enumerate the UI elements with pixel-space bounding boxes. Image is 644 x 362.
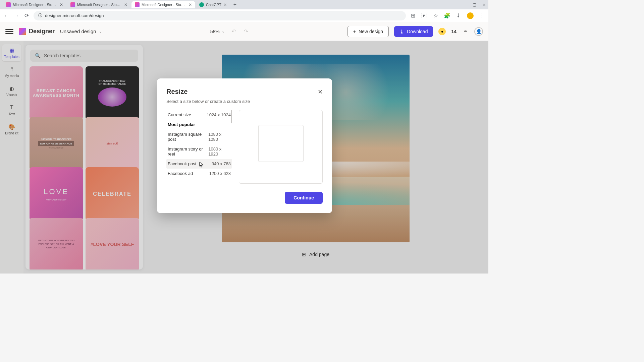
tab-title: ChatGPT bbox=[206, 3, 221, 7]
size-dim: 1024 x 1024 bbox=[207, 112, 231, 117]
tab-title: Microsoft Designer - Stunning bbox=[142, 3, 186, 7]
coin-icon[interactable]: ● bbox=[438, 28, 446, 35]
bookmark-icon[interactable]: ☆ bbox=[433, 13, 439, 19]
browser-tab-active[interactable]: Microsoft Designer - Stunning ✕ bbox=[131, 1, 195, 8]
size-option-current[interactable]: Current size 1024 x 1024 bbox=[166, 110, 232, 120]
modal-close-button[interactable]: ✕ bbox=[318, 88, 323, 96]
modal-title: Resize bbox=[166, 88, 187, 96]
coin-count: 14 bbox=[451, 29, 457, 34]
size-option-ig-story[interactable]: Instagram story or reel 362 x 644 bbox=[166, 144, 232, 159]
url-text: designer.microsoft.com/design bbox=[45, 13, 104, 18]
chevron-down-icon: ⌄ bbox=[99, 29, 102, 34]
close-icon[interactable]: ✕ bbox=[60, 2, 63, 7]
zoom-control[interactable]: 58% ⌄ bbox=[210, 29, 225, 34]
app-header: Designer Unsaved design ⌄ 58% ⌄ ↶ ↷ + Ne… bbox=[0, 22, 488, 41]
browser-tab[interactable]: Microsoft Designer - Stunning ✕ bbox=[3, 1, 66, 8]
size-label: Instagram story or reel bbox=[168, 146, 208, 157]
size-label: Facebook post bbox=[168, 161, 196, 166]
plus-icon: + bbox=[353, 29, 356, 34]
share-icon[interactable]: ⚭ bbox=[462, 27, 469, 36]
close-icon[interactable]: ✕ bbox=[189, 2, 192, 7]
new-design-button[interactable]: + New design bbox=[347, 26, 389, 37]
chevron-down-icon: ⌄ bbox=[222, 29, 225, 34]
browser-actions: ⊞ 🇦 ☆ 🧩 ⭳ ⋮ bbox=[410, 12, 485, 19]
browser-tab-strip: Microsoft Designer - Stunning ✕ Microsof… bbox=[0, 0, 488, 9]
close-icon[interactable]: ✕ bbox=[223, 2, 227, 7]
more-icon[interactable]: ⋮ bbox=[479, 13, 485, 19]
extensions-icon[interactable]: 🧩 bbox=[444, 13, 450, 19]
size-dim: 940 x 768 bbox=[212, 161, 231, 166]
browser-toolbar: ← → ⟳ ⓘ designer.microsoft.com/design ⊞ … bbox=[0, 9, 488, 22]
download-label: Download bbox=[407, 29, 428, 34]
download-button[interactable]: ⭳ Download bbox=[394, 26, 433, 37]
close-window-icon[interactable]: ✕ bbox=[482, 2, 486, 7]
zoom-value: 58% bbox=[210, 29, 220, 34]
back-icon[interactable]: ← bbox=[3, 13, 9, 19]
undo-icon: ↶ bbox=[230, 27, 237, 36]
favicon-chatgpt-icon bbox=[199, 2, 204, 7]
designer-logo[interactable]: Designer bbox=[19, 28, 55, 35]
close-icon[interactable]: ✕ bbox=[124, 2, 127, 7]
size-option-ig-square[interactable]: Instagram square post 1080 x 1080 bbox=[166, 129, 232, 144]
logo-text: Designer bbox=[29, 28, 55, 35]
modal-subtitle: Select a size below or create a custom s… bbox=[166, 99, 323, 104]
window-controls: — ▢ ✕ bbox=[463, 2, 486, 7]
favicon-designer-icon bbox=[6, 2, 11, 7]
size-dim: 1200 x 628 bbox=[209, 171, 231, 176]
new-tab-button[interactable]: + bbox=[231, 2, 239, 8]
continue-button[interactable]: Continue bbox=[285, 192, 323, 204]
size-section-header: Most popular bbox=[166, 120, 232, 129]
tab-title: Microsoft Designer - Stunning bbox=[77, 3, 122, 7]
translate-icon[interactable]: 🇦 bbox=[421, 13, 427, 19]
reload-icon[interactable]: ⟳ bbox=[23, 13, 30, 19]
hamburger-menu-icon[interactable] bbox=[5, 27, 13, 36]
size-list[interactable]: Current size 1024 x 1024 Most popular In… bbox=[166, 110, 232, 177]
size-dim: 362 x 644 bbox=[208, 146, 231, 157]
minimize-icon[interactable]: — bbox=[463, 2, 467, 7]
size-preview-pane bbox=[239, 110, 323, 184]
favicon-designer-icon bbox=[70, 2, 75, 7]
design-name-dropdown[interactable]: Unsaved design ⌄ bbox=[60, 28, 102, 34]
forward-icon: → bbox=[13, 13, 19, 19]
install-app-icon[interactable]: ⊞ bbox=[410, 13, 416, 19]
logo-mark-icon bbox=[19, 28, 26, 35]
size-label: Current size bbox=[168, 112, 191, 117]
favicon-designer-icon bbox=[135, 2, 140, 7]
preview-shape bbox=[258, 125, 304, 162]
size-option-fb-ad[interactable]: Facebook ad 1200 x 628 bbox=[166, 169, 232, 177]
size-dim: 1080 x 1080 bbox=[208, 132, 231, 142]
redo-icon: ↷ bbox=[243, 27, 250, 36]
size-label: Facebook ad bbox=[168, 171, 193, 176]
size-label: Instagram square post bbox=[168, 132, 208, 142]
downloads-icon[interactable]: ⭳ bbox=[455, 13, 462, 19]
site-info-icon[interactable]: ⓘ bbox=[38, 13, 42, 18]
resize-modal: Resize ✕ Select a size below or create a… bbox=[157, 78, 332, 213]
tab-title: Microsoft Designer - Stunning bbox=[13, 3, 58, 7]
design-name-text: Unsaved design bbox=[60, 28, 96, 34]
user-icon: 👤 bbox=[476, 29, 482, 34]
new-design-label: New design bbox=[359, 29, 383, 34]
browser-tab[interactable]: Microsoft Designer - Stunning ✕ bbox=[67, 1, 131, 8]
user-avatar[interactable]: 👤 bbox=[474, 27, 483, 36]
size-option-fb-post[interactable]: Facebook post 940 x 768 bbox=[166, 159, 232, 169]
maximize-icon[interactable]: ▢ bbox=[473, 2, 476, 7]
profile-avatar-icon[interactable] bbox=[467, 12, 474, 19]
scrollbar-thumb[interactable] bbox=[231, 110, 232, 123]
download-icon: ⭳ bbox=[399, 29, 404, 34]
browser-tab[interactable]: ChatGPT ✕ bbox=[196, 1, 230, 8]
address-bar[interactable]: ⓘ designer.microsoft.com/design bbox=[34, 11, 406, 20]
